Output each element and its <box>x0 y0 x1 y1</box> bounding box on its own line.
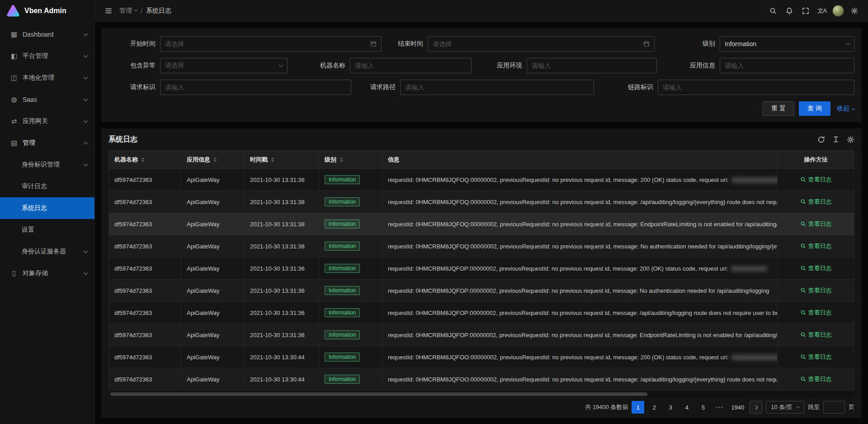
refresh-icon[interactable] <box>817 136 825 143</box>
column-settings-gear-icon[interactable] <box>847 136 854 143</box>
request-path-box[interactable] <box>400 80 594 95</box>
view-log-link[interactable]: 查看日志 <box>800 375 832 383</box>
pagination-ellipsis[interactable]: ••• <box>713 401 726 414</box>
table-row[interactable]: df5974d72363 ApiGateWay 2021-10-30 13:31… <box>109 191 854 213</box>
chevron-down-icon <box>84 53 88 57</box>
breadcrumb-menu[interactable]: 管理 <box>119 7 137 15</box>
start-time-input[interactable] <box>165 40 367 48</box>
sidebar-item-admin[interactable]: ▤ 管理 <box>0 132 94 154</box>
application-box[interactable] <box>720 58 854 73</box>
sort-icon[interactable] <box>271 157 274 162</box>
menu-fold-icon[interactable] <box>100 0 117 22</box>
view-log-link[interactable]: 查看日志 <box>800 198 832 206</box>
table-titlebar: 系统日志 <box>108 129 854 150</box>
page-number-2[interactable]: 2 <box>648 401 660 414</box>
table-row[interactable]: df5974d72363 ApiGateWay 2021-10-30 13:31… <box>109 235 854 257</box>
sort-icon[interactable] <box>213 157 217 162</box>
language-translate-icon[interactable]: 文A <box>814 0 830 22</box>
table-row[interactable]: df5974d72363 ApiGateWay 2021-10-30 13:30… <box>109 368 854 391</box>
cell-level: Information <box>319 257 382 280</box>
sidebar-item-settings[interactable]: 设置 <box>0 219 94 241</box>
table-row[interactable]: df5974d72363 ApiGateWay 2021-10-30 13:31… <box>109 257 854 280</box>
cell-actions: 查看日志 <box>778 191 854 213</box>
page-number-last[interactable]: 1940 <box>729 401 746 414</box>
view-log-link[interactable]: 查看日志 <box>800 264 832 272</box>
row-height-icon[interactable] <box>832 136 840 143</box>
fullscreen-icon[interactable] <box>797 0 814 22</box>
sort-icon[interactable] <box>340 157 343 162</box>
sidebar-item-audit-logs[interactable]: 审计日志 <box>0 176 94 197</box>
col-header-application[interactable]: 应用信息 <box>181 151 245 169</box>
end-time-input[interactable] <box>433 40 640 48</box>
environment-box[interactable] <box>527 58 657 73</box>
view-log-link[interactable]: 查看日志 <box>800 353 832 361</box>
start-time-datepicker[interactable] <box>160 36 382 52</box>
page-number-3[interactable]: 3 <box>664 401 677 414</box>
application-input[interactable] <box>725 62 849 69</box>
environment-input[interactable] <box>532 62 652 69</box>
calendar-icon <box>643 41 650 47</box>
table-row[interactable]: df5974d72363 ApiGateWay 2021-10-30 13:31… <box>109 324 854 346</box>
settings-gear-icon[interactable] <box>846 0 863 22</box>
sidebar-item-localization[interactable]: ◫ 本地化管理 <box>0 67 94 89</box>
sidebar-item-identity-management[interactable]: 身份标识管理 <box>0 154 94 176</box>
sidebar-item-platform-admin[interactable]: ◧ 平台管理 <box>0 45 94 67</box>
has-exception-select[interactable]: 请选择 <box>160 58 288 73</box>
request-id-input[interactable] <box>165 84 346 91</box>
table-row[interactable]: df5974d72363 ApiGateWay 2021-10-30 13:31… <box>109 213 854 235</box>
next-page-button[interactable] <box>750 401 762 414</box>
page-number-4[interactable]: 4 <box>680 401 693 414</box>
trace-id-box[interactable] <box>658 80 854 95</box>
table-row[interactable]: df5974d72363 ApiGateWay 2021-10-30 13:30… <box>109 346 854 368</box>
sidebar-item-system-logs[interactable]: 系统日志 <box>0 197 94 219</box>
table-row[interactable]: df5974d72363 ApiGateWay 2021-10-30 13:31… <box>109 302 854 324</box>
view-log-link[interactable]: 查看日志 <box>800 286 832 295</box>
sidebar-item-identity-server[interactable]: 身份认证服务器 <box>0 241 94 262</box>
table-row[interactable]: df5974d72363 ApiGateWay 2021-10-30 13:31… <box>109 280 854 302</box>
request-path-input[interactable] <box>405 84 589 91</box>
chevron-down-icon <box>846 41 850 45</box>
scrollbar-thumb[interactable] <box>110 392 647 396</box>
page-number-1[interactable]: 1 <box>632 401 644 414</box>
cell-timestamp: 2021-10-30 13:31:36 <box>245 257 319 280</box>
view-log-label: 查看日志 <box>808 353 832 361</box>
sidebar-item-saas[interactable]: ◍ Saas <box>0 89 94 110</box>
logo[interactable]: Vben Admin <box>0 0 94 22</box>
col-header-machine[interactable]: 机器名称 <box>109 151 181 169</box>
machine-name-box[interactable] <box>350 58 472 73</box>
filter-actions: 重 置 查 询 收起 <box>108 101 854 116</box>
search-button[interactable]: 查 询 <box>799 101 830 116</box>
request-id-box[interactable] <box>160 80 351 95</box>
view-log-link[interactable]: 查看日志 <box>800 176 832 184</box>
search-icon[interactable] <box>765 0 781 22</box>
chevron-down-icon <box>797 405 800 408</box>
sidebar-item-dashboard[interactable]: ▦ Dashboard <box>0 24 94 45</box>
col-header-timestamp[interactable]: 时间戳 <box>245 151 319 169</box>
level-badge: Information <box>325 330 360 339</box>
view-log-link[interactable]: 查看日志 <box>800 309 832 317</box>
horizontal-scrollbar[interactable] <box>108 391 854 397</box>
col-header-level[interactable]: 级别 <box>319 151 382 169</box>
sort-icon[interactable] <box>141 157 145 162</box>
platform-icon: ◧ <box>9 52 19 60</box>
view-log-link[interactable]: 查看日志 <box>800 331 832 339</box>
reset-button[interactable]: 重 置 <box>763 101 794 116</box>
page-size-select[interactable]: 10 条/页 <box>766 401 804 414</box>
table-row[interactable]: df5974d72363 ApiGateWay 2021-10-30 13:31… <box>109 169 854 191</box>
view-log-link[interactable]: 查看日志 <box>800 220 832 228</box>
view-log-link[interactable]: 查看日志 <box>800 242 832 250</box>
trace-id-input[interactable] <box>663 84 849 91</box>
col-header-actions: 操作方法 <box>778 151 854 169</box>
machine-name-input[interactable] <box>355 62 467 69</box>
end-time-datepicker[interactable] <box>428 36 655 52</box>
sidebar-item-gateway[interactable]: ⇄ 应用网关 <box>0 110 94 132</box>
jump-to-input[interactable] <box>823 401 845 414</box>
cell-timestamp: 2021-10-30 13:31:38 <box>245 213 319 235</box>
level-select[interactable]: Information <box>720 36 854 52</box>
notification-bell-icon[interactable] <box>781 0 797 22</box>
cell-application: ApiGateWay <box>181 280 245 302</box>
collapse-form-link[interactable]: 收起 <box>837 105 854 113</box>
user-avatar[interactable] <box>830 0 846 22</box>
page-number-5[interactable]: 5 <box>697 401 709 414</box>
sidebar-item-object-storage[interactable]: ▯ 对象存储 <box>0 262 94 284</box>
